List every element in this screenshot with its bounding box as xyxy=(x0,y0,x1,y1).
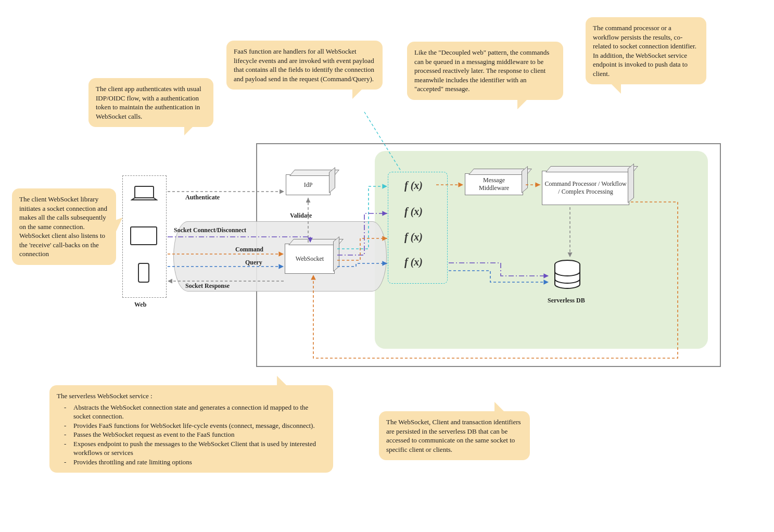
callout-db-note: The WebSocket, Client and transaction id… xyxy=(379,411,530,460)
diagram-canvas: Web IdP WebSocket Message Middleware Com… xyxy=(0,0,774,532)
callout-ws-service-heading: The serverless WebSocket service : xyxy=(57,391,326,401)
laptop-icon xyxy=(131,184,158,205)
callout-command-proc: The command processor or a workflow pers… xyxy=(586,17,706,84)
websocket-node: WebSocket xyxy=(285,244,335,274)
query-label: Query xyxy=(245,259,262,267)
fx-3: f (x) xyxy=(404,231,423,243)
callout-command-proc-text: The command processor or a workflow pers… xyxy=(593,24,696,78)
authenticate-label: Authenticate xyxy=(185,194,220,201)
websocket-label: WebSocket xyxy=(285,255,334,263)
callout-ws-client: The client WebSocket library initiates a… xyxy=(12,188,116,265)
callout-db-note-text: The WebSocket, Client and transaction id… xyxy=(386,418,521,453)
callout-faas-text: FaaS function are handlers for all WebSo… xyxy=(234,47,374,83)
ws-bullet-4: Provides throttling and rate limiting op… xyxy=(64,458,326,467)
tablet-icon xyxy=(130,226,157,245)
serverless-db-label: Serverless DB xyxy=(548,297,585,305)
callout-decoupled: Like the "Decoupled web" pattern, the co… xyxy=(407,42,563,100)
fx-4: f (x) xyxy=(404,256,423,268)
validate-label: Validate xyxy=(290,212,312,220)
message-middleware-node: Message Middleware xyxy=(465,173,523,195)
fx-2: f (x) xyxy=(404,206,423,218)
ws-bullet-0: Abstracts the WebSocket connection state… xyxy=(64,403,326,421)
fx-1: f (x) xyxy=(404,180,423,192)
ws-bullet-1: Provides FaaS functions for WebSocket li… xyxy=(64,421,326,430)
callout-ws-client-text: The client WebSocket library initiates a… xyxy=(19,195,107,258)
socket-response-label: Socket Response xyxy=(185,282,230,290)
phone-icon xyxy=(138,263,149,283)
idp-node: IdP xyxy=(286,174,331,195)
idp-label: IdP xyxy=(286,181,330,189)
callout-decoupled-text: Like the "Decoupled web" pattern, the co… xyxy=(414,48,549,93)
socket-connect-label: Socket Connect/Disconnect xyxy=(174,226,246,234)
svg-rect-0 xyxy=(135,186,154,198)
message-middleware-label: Message Middleware xyxy=(465,176,523,192)
command-label: Command xyxy=(235,246,263,254)
database-icon xyxy=(552,259,583,295)
callout-faas: FaaS function are handlers for all WebSo… xyxy=(226,41,383,90)
command-processor-node: Command Processor / Workflow / Complex P… xyxy=(542,171,629,205)
callout-ws-service: The serverless WebSocket service : Abstr… xyxy=(49,385,333,473)
ws-bullet-2: Passes the WebSocket request as event to… xyxy=(64,430,326,439)
callout-auth: The client app authenticates with usual … xyxy=(88,78,213,127)
web-label: Web xyxy=(134,301,146,309)
command-processor-label: Command Processor / Workflow / Complex P… xyxy=(542,180,629,196)
ws-bullet-3: Exposes endpoint to push the messages to… xyxy=(64,439,326,458)
callout-auth-text: The client app authenticates with usual … xyxy=(96,85,201,120)
